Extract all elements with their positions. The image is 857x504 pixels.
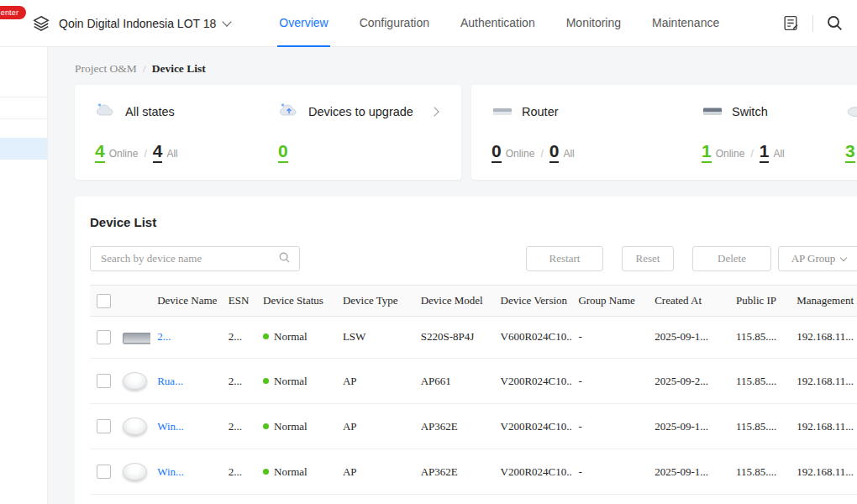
group-cell: - bbox=[571, 316, 648, 359]
button-label: Reset bbox=[636, 252, 660, 265]
device-list-toolbar: Restart Reset Delete AP Group bbox=[90, 246, 857, 273]
all-label: All bbox=[166, 148, 177, 160]
stat-all-states: All states 4 Online / 4 All bbox=[95, 102, 278, 163]
stat-switch: Switch 1 Online / 1 All bbox=[702, 102, 845, 163]
model-cell: S220S-8P4J bbox=[414, 316, 494, 359]
device-name-link[interactable]: Win... bbox=[157, 465, 184, 478]
device-name-link[interactable]: Rua... bbox=[157, 375, 183, 387]
all-count[interactable]: 1 bbox=[760, 142, 770, 163]
sidebar-divider bbox=[0, 118, 47, 119]
status-cell: Normal bbox=[256, 449, 336, 495]
main-tabs: Overview Configuration Authentication Mo… bbox=[277, 0, 749, 47]
esn-cell: 2... bbox=[222, 316, 256, 359]
online-label: Online bbox=[109, 148, 139, 160]
created-cell: 2025-09-2... bbox=[648, 359, 729, 404]
group-cell: - bbox=[571, 404, 648, 449]
status-cell: Normal bbox=[256, 316, 336, 359]
column-header: Public IP bbox=[729, 286, 790, 317]
app-logo-icon bbox=[32, 14, 50, 33]
ap-group-button[interactable]: AP Group bbox=[778, 246, 857, 271]
stat-label: Devices to upgrade bbox=[308, 105, 413, 118]
device-list-panel: Device List Restart Reset bbox=[75, 197, 857, 504]
device-search[interactable] bbox=[90, 246, 300, 271]
upgrade-count[interactable]: 0 bbox=[278, 142, 288, 163]
status-dot bbox=[263, 333, 269, 339]
stat-router: Router 0 Online / 0 All bbox=[492, 102, 702, 163]
upgrade-icon bbox=[278, 102, 300, 121]
public-ip-cell: 115.85.... bbox=[729, 359, 790, 404]
status-dot bbox=[263, 469, 269, 475]
tab-configuration[interactable]: Configuration bbox=[358, 0, 431, 47]
router-icon bbox=[492, 102, 513, 121]
status-dot bbox=[263, 423, 269, 429]
all-count[interactable]: 4 bbox=[153, 142, 163, 163]
column-header: Device Model bbox=[414, 286, 494, 317]
status-text: Normal bbox=[274, 420, 308, 433]
sidebar-active-item[interactable] bbox=[0, 138, 47, 160]
column-header: Created At bbox=[648, 286, 729, 317]
online-count[interactable]: 3 bbox=[845, 142, 855, 163]
status-cell: Normal bbox=[256, 404, 336, 449]
switch-icon bbox=[702, 102, 723, 121]
column-header: Device Name bbox=[150, 286, 222, 317]
stat-devices-to-upgrade: Devices to upgrade 0 bbox=[278, 102, 441, 163]
row-checkbox[interactable] bbox=[97, 330, 111, 344]
all-states-icon bbox=[95, 102, 117, 121]
online-label: Online bbox=[716, 148, 745, 160]
report-icon[interactable] bbox=[782, 14, 800, 32]
type-cell: LSW bbox=[336, 316, 414, 359]
table-row: Win... 2... Normal AP AP362E V200R024C10… bbox=[90, 449, 857, 495]
tab-authentication[interactable]: Authentication bbox=[459, 0, 537, 47]
row-checkbox[interactable] bbox=[97, 465, 111, 479]
esn-cell: 2... bbox=[222, 449, 256, 495]
ap-device-image bbox=[123, 463, 147, 480]
tab-monitoring[interactable]: Monitoring bbox=[565, 0, 623, 47]
panel-title: Device List bbox=[90, 215, 857, 229]
separator: / bbox=[144, 148, 146, 160]
created-cell: 2025-09-1... bbox=[648, 316, 729, 359]
search-icon[interactable] bbox=[826, 14, 844, 32]
public-ip-cell: 115.85.... bbox=[729, 449, 790, 495]
tab-maintenance[interactable]: Maintenance bbox=[650, 0, 721, 47]
sidebar-divider bbox=[0, 97, 47, 97]
all-label: All bbox=[563, 148, 574, 160]
all-count[interactable]: 0 bbox=[549, 142, 560, 163]
tab-overview[interactable]: Overview bbox=[277, 0, 329, 47]
version-cell: V200R024C10... bbox=[494, 359, 572, 404]
column-header: Device Version bbox=[494, 286, 572, 317]
management-ip-cell: 192.168.11... bbox=[790, 449, 857, 495]
model-cell: AP362E bbox=[414, 404, 494, 449]
device-name-link[interactable]: 2... bbox=[157, 330, 171, 343]
topbar-actions bbox=[782, 14, 857, 32]
corner-badge: Center bbox=[0, 6, 26, 19]
chevron-right-icon[interactable] bbox=[429, 107, 439, 116]
magnifier-icon[interactable] bbox=[278, 251, 291, 267]
reset-button[interactable]: Reset bbox=[622, 246, 674, 271]
select-all-checkbox[interactable] bbox=[97, 294, 111, 308]
stat-card-device-types: Router 0 Online / 0 All bbox=[471, 85, 857, 180]
status-text: Normal bbox=[274, 375, 308, 387]
column-header: Group Name bbox=[571, 286, 648, 317]
device-name-link[interactable]: Win... bbox=[157, 420, 184, 433]
tenant-selector[interactable]: Qoin Digital Indonesia LOT 18 bbox=[59, 17, 230, 30]
breadcrumb-current: Device List bbox=[152, 62, 206, 75]
search-input[interactable] bbox=[99, 251, 278, 266]
device-table: Device Name ESN Device Status Device Typ… bbox=[90, 285, 857, 495]
stat-ap: 3 bbox=[845, 102, 857, 163]
online-count[interactable]: 4 bbox=[95, 142, 105, 163]
row-checkbox[interactable] bbox=[97, 419, 111, 433]
breadcrumb-root[interactable]: Project O&M bbox=[75, 62, 137, 75]
type-cell: AP bbox=[336, 449, 414, 495]
separator: / bbox=[750, 148, 753, 160]
column-header: Management IP bbox=[790, 286, 857, 317]
delete-button[interactable]: Delete bbox=[692, 246, 771, 271]
stat-label: All states bbox=[125, 105, 175, 118]
restart-button[interactable]: Restart bbox=[526, 246, 603, 271]
online-count[interactable]: 0 bbox=[492, 142, 502, 163]
public-ip-cell: 115.85.... bbox=[729, 404, 790, 449]
row-checkbox[interactable] bbox=[97, 374, 111, 388]
ap-device-image bbox=[123, 372, 147, 390]
sidebar bbox=[0, 47, 48, 504]
model-cell: AP362E bbox=[414, 449, 494, 495]
online-count[interactable]: 1 bbox=[702, 142, 712, 163]
